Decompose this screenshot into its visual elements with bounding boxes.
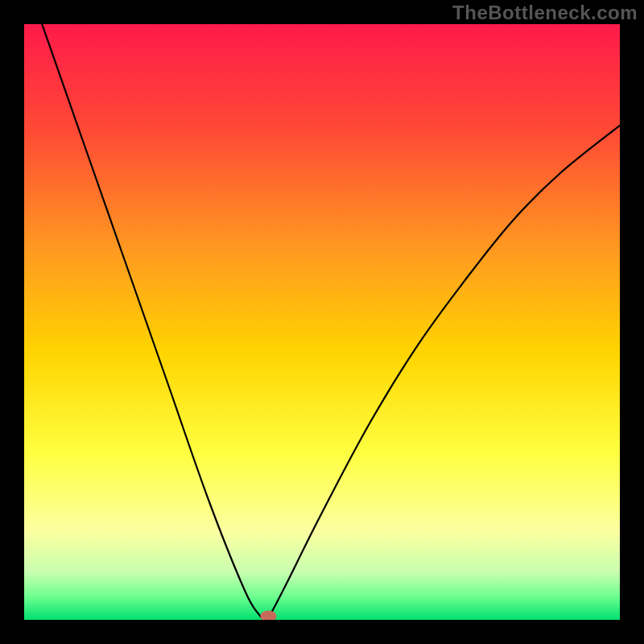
- gradient-background: [24, 24, 620, 620]
- plot-area: [24, 24, 620, 620]
- chart-svg: [24, 24, 620, 620]
- watermark-text: TheBottleneck.com: [452, 2, 638, 24]
